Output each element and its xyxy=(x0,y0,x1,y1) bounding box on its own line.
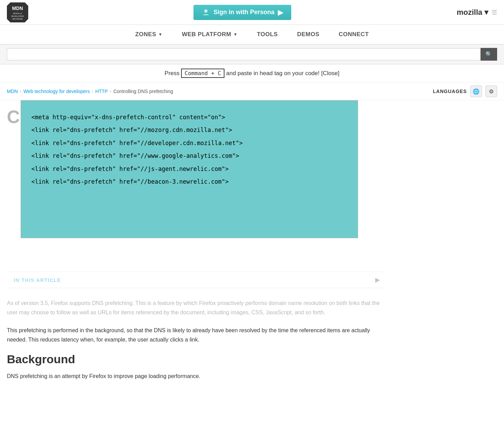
popup-code-line: <link rel="dns-prefetch" href="//js-agen… xyxy=(31,163,347,175)
breadcrumb-webtech[interactable]: Web technology for developers xyxy=(23,89,90,94)
site-header: MDN MOZILLA DEVELOPER NETWORK Sign in wi… xyxy=(0,0,504,25)
breadcrumb-current: Controlling DNS prefetching xyxy=(113,89,173,94)
popup-code-line: <link rel="dns-prefetch" href="//mozorg.… xyxy=(31,124,347,136)
main-content: C <meta http-equiv="x-dns-prefetch-contr… xyxy=(0,100,392,403)
breadcrumb-sep-3: › xyxy=(110,89,111,94)
persona-icon xyxy=(202,8,210,17)
mdn-logo-icon[interactable]: MDN MOZILLA DEVELOPER NETWORK xyxy=(7,2,28,22)
search-bar: 🔍 xyxy=(0,44,504,64)
tabs-bar: IN THIS ARTICLE ▶ xyxy=(7,272,386,288)
background-text: DNS prefetching is an attempt by Firefox… xyxy=(7,371,386,381)
main-nav: ZONES ▼ WEB PLATFORM ▼ TOOLS DEMOS CONNE… xyxy=(0,25,504,44)
popup-code-block: <meta http-equiv="x-dns-prefetch-control… xyxy=(31,111,347,188)
language-controls: LANGUAGES 🌐 ⚙ xyxy=(433,85,497,97)
persona-btn-label: Sign in with Persona xyxy=(213,9,274,16)
persona-signin-button[interactable]: Sign in with Persona ▶ xyxy=(193,5,291,20)
tab-scroll-arrow[interactable]: ▶ xyxy=(370,272,386,288)
search-icon: 🔍 xyxy=(485,51,492,57)
popup-code-line: <meta http-equiv="x-dns-prefetch-control… xyxy=(31,111,347,124)
search-button[interactable]: 🔍 xyxy=(481,48,497,61)
nav-item-tools[interactable]: TOOLS xyxy=(247,25,287,44)
popup-code-line: <link rel="dns-prefetch" href="//beacon-… xyxy=(31,175,347,188)
globe-icon: 🌐 xyxy=(473,88,480,95)
mozilla-menu-icon: ☰ xyxy=(492,9,497,16)
nav-item-web-platform[interactable]: WEB PLATFORM ▼ xyxy=(172,25,247,44)
breadcrumb: MDN › Web technology for developers › HT… xyxy=(7,89,173,94)
settings-icon: ⚙ xyxy=(489,88,494,95)
nav-item-zones[interactable]: ZONES ▼ xyxy=(126,25,172,44)
background-heading: Background xyxy=(7,353,386,366)
nav-item-demos[interactable]: DEMOS xyxy=(287,25,329,44)
svg-point-5 xyxy=(204,9,208,13)
breadcrumb-bar: MDN › Web technology for developers › HT… xyxy=(0,83,504,100)
svg-text:MDN: MDN xyxy=(12,6,23,11)
copy-notice-before: Press xyxy=(165,70,181,77)
copy-notice-after: and paste in head tag on your code! [Clo… xyxy=(226,70,339,77)
settings-button[interactable]: ⚙ xyxy=(485,85,497,97)
svg-text:DEVELOPER: DEVELOPER xyxy=(11,15,24,17)
nav-item-connect[interactable]: CONNECT xyxy=(329,25,379,44)
zones-arrow-icon: ▼ xyxy=(158,32,162,37)
breadcrumb-http[interactable]: HTTP xyxy=(95,89,108,94)
breadcrumb-sep-2: › xyxy=(92,89,93,94)
copy-shortcut: Command + C xyxy=(181,69,224,78)
web-platform-arrow-icon: ▼ xyxy=(233,32,238,37)
code-popup: <meta http-equiv="x-dns-prefetch-control… xyxy=(21,100,358,238)
mozilla-dropdown-icon: ▾ xyxy=(484,8,488,17)
popup-code-line: <link rel="dns-prefetch" href="//www.goo… xyxy=(31,150,347,162)
svg-text:MOZILLA: MOZILLA xyxy=(13,12,22,14)
content-paragraph-1: As of version 3.5, Firefox supports DNS … xyxy=(7,298,386,317)
search-input[interactable] xyxy=(7,48,481,60)
copy-notice: Press Command + C and paste in head tag … xyxy=(0,64,504,83)
popup-code-line: <link rel="dns-prefetch" href="//develop… xyxy=(31,137,347,150)
languages-label: LANGUAGES xyxy=(433,89,467,94)
content-paragraph-2: This prefetching is performed in the bac… xyxy=(7,326,386,344)
persona-arrow-icon: ▶ xyxy=(278,8,283,17)
globe-button[interactable]: 🌐 xyxy=(470,85,482,97)
breadcrumb-sep-1: › xyxy=(20,89,21,94)
breadcrumb-mdn[interactable]: MDN xyxy=(7,89,18,94)
logo-area: MDN MOZILLA DEVELOPER NETWORK xyxy=(7,2,28,22)
svg-text:NETWORK: NETWORK xyxy=(12,18,23,20)
mozilla-menu[interactable]: mozilla ▾ ☰ xyxy=(456,8,497,17)
mozilla-label: mozilla xyxy=(456,8,482,17)
tab-in-this-article[interactable]: IN THIS ARTICLE xyxy=(7,273,68,287)
